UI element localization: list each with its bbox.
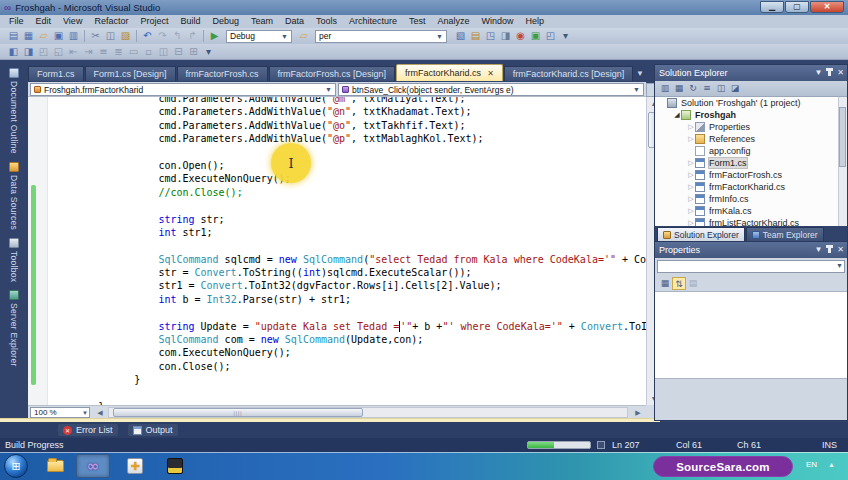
undo-icon[interactable]: ↶	[140, 29, 155, 43]
pin-icon[interactable]	[828, 68, 831, 76]
sidebar-tab-document-outline[interactable]: Document Outline	[0, 68, 28, 154]
tab-frmfactorfrosh-cs[interactable]: frmFactorFrosh.cs	[177, 66, 268, 81]
tab-form1-cs[interactable]: Form1.cs	[28, 66, 84, 81]
display-quick-info-icon[interactable]: ◰	[36, 45, 51, 59]
save-all-icon[interactable]: ▥	[66, 29, 81, 43]
comment-lines-icon[interactable]: ≡	[96, 45, 111, 59]
menu-item-debug[interactable]: Debug	[206, 15, 245, 28]
menu-item-window[interactable]: Window	[476, 15, 520, 28]
members-dropdown[interactable]: btnSave_Click(object sender, EventArgs e…	[338, 83, 644, 96]
horizontal-scrollbar[interactable]: ||||	[108, 407, 628, 418]
find-in-files-icon[interactable]: ▱	[296, 29, 311, 43]
close-icon[interactable]: ✕	[487, 69, 494, 78]
code-editor[interactable]: cmd.Parameters.AddWithValue("@m", txtMal…	[28, 97, 646, 405]
toolbar-options-icon[interactable]: ▾	[558, 29, 573, 43]
paste-icon[interactable]: ▨	[118, 29, 133, 43]
tree-item-frminfo-cs[interactable]: ▷frmInfo.cs	[655, 193, 847, 205]
sidebar-tab-data-sources[interactable]: Data Sources	[0, 162, 28, 230]
panel-tab-error-list[interactable]: ✕Error List	[58, 424, 118, 436]
expand-arrow-icon[interactable]: ▷	[687, 183, 695, 191]
menu-item-analyze[interactable]: Analyze	[432, 15, 476, 28]
tab-overflow-icon[interactable]: ▼	[636, 69, 644, 78]
new-project-icon[interactable]: ▤	[6, 29, 21, 43]
start-debug-icon[interactable]: ▶	[207, 29, 222, 43]
expand-arrow-icon[interactable]: ▷	[687, 195, 695, 203]
menu-item-tools[interactable]: Tools	[310, 15, 343, 28]
taskbar-capture-button[interactable]	[158, 454, 192, 478]
tree-item-frmfactorfrosh-cs[interactable]: ▷frmFactorFrosh.cs	[655, 169, 847, 181]
tree-item-frmfactorkharid-cs[interactable]: ▷frmFactorKharid.cs	[655, 181, 847, 193]
toolbox-shortcut-icon[interactable]: ◨	[498, 29, 513, 43]
panel-tab-output[interactable]: Output	[128, 424, 178, 436]
types-dropdown[interactable]: Froshgah.frmFactorKharid ▼	[30, 83, 336, 96]
close-button[interactable]: ✕	[810, 1, 844, 13]
language-indicator[interactable]: EN	[806, 460, 817, 469]
tab-frmfactorfrosh-cs-design-[interactable]: frmFactorFrosh.cs [Design]	[269, 66, 396, 81]
close-icon[interactable]: ✕	[837, 67, 844, 78]
sidebar-tab-toolbox[interactable]: Toolbox	[0, 238, 28, 282]
tree-item-references[interactable]: ▷References	[655, 133, 847, 145]
expand-arrow-icon[interactable]: ▷	[687, 123, 695, 131]
tree-item-solution-froshgah-1-project-[interactable]: Solution 'Froshgah' (1 project)	[655, 97, 847, 109]
navigate-back-icon[interactable]: ↰	[170, 29, 185, 43]
tree-scroll-thumb[interactable]	[839, 107, 846, 167]
minimize-button[interactable]: ▁	[760, 1, 784, 13]
menu-item-project[interactable]: Project	[134, 15, 174, 28]
next-bookmark-icon[interactable]: ⊞	[186, 45, 201, 59]
tree-item-froshgah[interactable]: ◢Froshgah	[655, 109, 847, 121]
expand-arrow-icon[interactable]: ▷	[687, 219, 695, 226]
window-position-icon[interactable]: ▼	[814, 67, 822, 78]
close-icon[interactable]: ✕	[837, 244, 844, 255]
immediate-window-icon[interactable]: ▣	[528, 29, 543, 43]
tab-form1-cs-design-[interactable]: Form1.cs [Design]	[85, 66, 176, 81]
menu-item-data[interactable]: Data	[279, 15, 310, 28]
property-pages-icon[interactable]: ▤	[686, 277, 700, 290]
save-icon[interactable]: ▣	[51, 29, 66, 43]
window-position-icon[interactable]: ▼	[814, 244, 822, 255]
cut-icon[interactable]: ✂	[88, 29, 103, 43]
refresh-icon[interactable]: ↻	[686, 82, 700, 95]
menu-item-architecture[interactable]: Architecture	[343, 15, 403, 28]
uncomment-lines-icon[interactable]: ≣	[111, 45, 126, 59]
increase-indent-icon[interactable]: ⇥	[81, 45, 96, 59]
categorized-icon[interactable]: ▦	[658, 277, 672, 290]
alphabetical-icon[interactable]: ⇅	[672, 277, 686, 290]
menu-item-edit[interactable]: Edit	[30, 15, 58, 28]
navigate-forward-icon[interactable]: ↱	[185, 29, 200, 43]
properties-window-shortcut-icon[interactable]: ▤	[468, 29, 483, 43]
display-word-completion-icon[interactable]: ◱	[51, 45, 66, 59]
command-window-icon[interactable]: ◰	[543, 29, 558, 43]
tree-item-form1-cs[interactable]: ▷Form1.cs	[655, 157, 847, 169]
object-browser-icon[interactable]: ◳	[483, 29, 498, 43]
expand-arrow-icon[interactable]: ▷	[687, 207, 695, 215]
properties-title-bar[interactable]: Properties ▼ ✕	[655, 242, 847, 258]
view-class-diagram-icon[interactable]: ◪	[728, 82, 742, 95]
redo-icon[interactable]: ↷	[155, 29, 170, 43]
solution-explorer-shortcut-icon[interactable]: ▧	[453, 29, 468, 43]
display-parameter-info-icon[interactable]: ◨	[21, 45, 36, 59]
scroll-right-icon[interactable]: ▶	[632, 407, 644, 418]
tab-team-explorer[interactable]: Team Explorer	[746, 227, 824, 242]
view-designer-icon[interactable]: ◫	[714, 82, 728, 95]
solution-configuration-dropdown[interactable]: Debug ▼	[226, 30, 292, 43]
tree-item-frmlistfactorkharid-cs[interactable]: ▷frmListFactorKharid.cs	[655, 217, 847, 226]
display-object-member-list-icon[interactable]: ◧	[6, 45, 21, 59]
menu-item-refactor[interactable]: Refactor	[88, 15, 134, 28]
tab-frmfactorkharid-cs[interactable]: frmFactorKharid.cs✕	[396, 64, 503, 81]
find-input[interactable]: per ▼	[315, 30, 447, 43]
undo-edit-icon[interactable]: ▭	[126, 45, 141, 59]
tree-item-properties[interactable]: ▷Properties	[655, 121, 847, 133]
copy-icon[interactable]: ◫	[103, 29, 118, 43]
tree-item-frmkala-cs[interactable]: ▷frmKala.cs	[655, 205, 847, 217]
decrease-indent-icon[interactable]: ⇤	[66, 45, 81, 59]
properties-tool-icon[interactable]: ▥	[658, 82, 672, 95]
open-file-icon[interactable]: ▱	[36, 29, 51, 43]
menu-item-test[interactable]: Test	[403, 15, 432, 28]
show-all-files-icon[interactable]: ▦	[672, 82, 686, 95]
tray-expand-icon[interactable]: ▲	[828, 461, 835, 468]
start-button[interactable]: ⊞	[4, 454, 28, 478]
expand-arrow-icon[interactable]: ▷	[687, 171, 695, 179]
taskbar-tools-button[interactable]: ✚	[118, 454, 152, 478]
menu-item-file[interactable]: File	[3, 15, 30, 28]
taskbar-visual-studio-button[interactable]: ∞	[76, 454, 110, 478]
